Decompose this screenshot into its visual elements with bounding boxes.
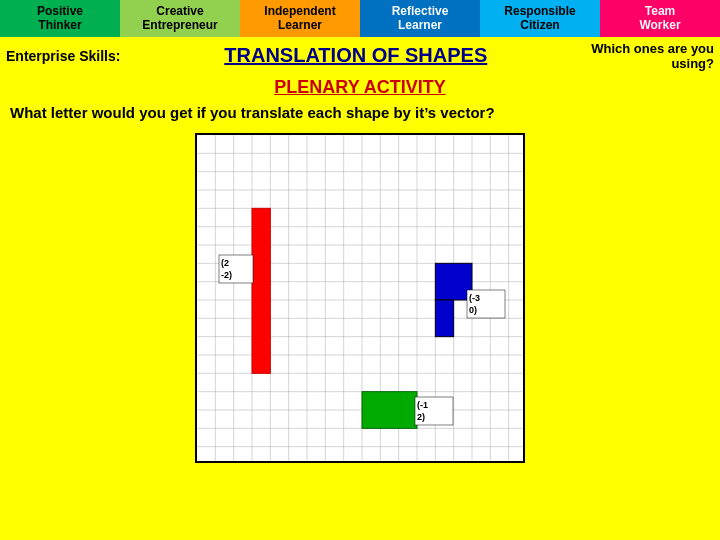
badge-reflective-learner: ReflectiveLearner	[360, 0, 480, 37]
enterprise-label: Enterprise Skills:	[6, 48, 120, 64]
badge-responsible-citizen: ResponsibleCitizen	[480, 0, 600, 37]
svg-text:(2: (2	[221, 258, 229, 268]
badge-independent-learner: IndependentLearner	[240, 0, 360, 37]
grid-svg: (2 -2) (-3 0) (-1 2)	[197, 135, 523, 461]
grid-container: (2 -2) (-3 0) (-1 2)	[0, 133, 720, 463]
svg-text:0): 0)	[469, 305, 477, 315]
plenary-title: PLENARY ACTIVITY	[0, 75, 720, 100]
badge-creative-entrepreneur: CreativeEntrepreneur	[120, 0, 240, 37]
svg-text:(-3: (-3	[469, 293, 480, 303]
svg-rect-43	[362, 391, 417, 428]
title-row: Enterprise Skills: TRANSLATION OF SHAPES…	[0, 37, 720, 75]
svg-rect-39	[435, 300, 453, 337]
badge-team-worker: TeamWorker	[600, 0, 720, 37]
svg-text:2): 2)	[417, 412, 425, 422]
svg-rect-38	[435, 263, 472, 300]
svg-text:(-1: (-1	[417, 400, 428, 410]
badge-positive-thinker: PositiveThinker	[0, 0, 120, 37]
skill-bar: PositiveThinker CreativeEntrepreneur Ind…	[0, 0, 720, 37]
svg-text:-2): -2)	[221, 270, 232, 280]
main-title: TRANSLATION OF SHAPES	[130, 44, 581, 67]
which-ones-label: Which ones are youusing?	[591, 41, 714, 71]
svg-rect-34	[252, 208, 270, 373]
question-text: What letter would you get if you transla…	[0, 100, 720, 125]
grid-wrapper: (2 -2) (-3 0) (-1 2)	[195, 133, 525, 463]
